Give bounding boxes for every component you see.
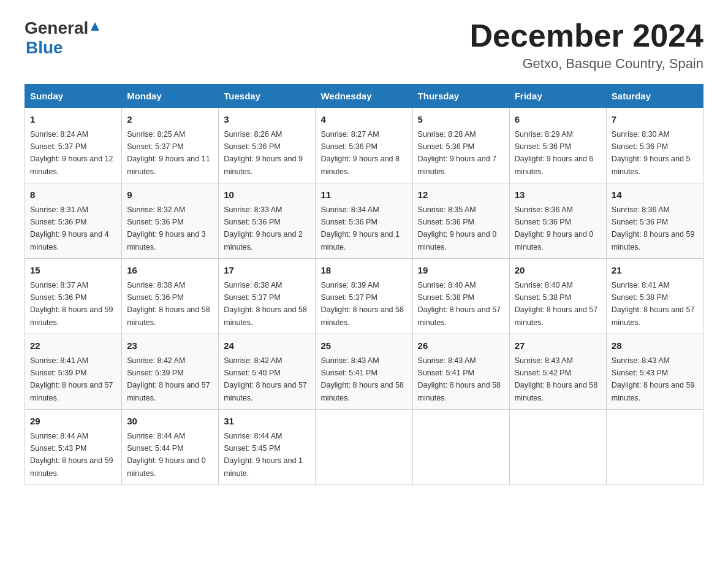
day-info: Sunrise: 8:34 AMSunset: 5:36 PMDaylight:… [320, 205, 400, 251]
day-number: 25 [320, 339, 407, 353]
calendar-cell: 21Sunrise: 8:41 AMSunset: 5:38 PMDayligh… [606, 259, 703, 334]
day-info: Sunrise: 8:42 AMSunset: 5:40 PMDaylight:… [224, 356, 307, 402]
calendar-week-row: 8Sunrise: 8:31 AMSunset: 5:36 PMDaylight… [25, 183, 703, 259]
day-number: 18 [320, 264, 407, 278]
title-area: December 2024 Getxo, Basque Country, Spa… [469, 18, 703, 72]
day-number: 13 [515, 188, 601, 202]
day-number: 21 [612, 264, 698, 278]
day-number: 30 [127, 415, 213, 429]
col-header-monday: Monday [122, 85, 219, 108]
col-header-sunday: Sunday [25, 85, 122, 108]
calendar-cell: 6Sunrise: 8:29 AMSunset: 5:36 PMDaylight… [509, 108, 606, 183]
calendar-cell: 14Sunrise: 8:36 AMSunset: 5:36 PMDayligh… [606, 183, 703, 259]
day-info: Sunrise: 8:33 AMSunset: 5:36 PMDaylight:… [224, 205, 303, 251]
svg-marker-0 [91, 22, 99, 31]
calendar-cell: 11Sunrise: 8:34 AMSunset: 5:36 PMDayligh… [316, 183, 412, 259]
day-number: 26 [418, 339, 504, 353]
calendar-cell: 25Sunrise: 8:43 AMSunset: 5:41 PMDayligh… [316, 334, 412, 410]
calendar-cell [606, 410, 703, 485]
day-info: Sunrise: 8:44 AMSunset: 5:44 PMDaylight:… [127, 432, 206, 478]
day-number: 10 [224, 188, 310, 202]
day-number: 22 [30, 339, 116, 353]
day-number: 20 [515, 264, 601, 278]
calendar-table: SundayMondayTuesdayWednesdayThursdayFrid… [25, 84, 703, 485]
day-info: Sunrise: 8:38 AMSunset: 5:37 PMDaylight:… [224, 281, 307, 327]
day-number: 19 [418, 264, 504, 278]
page-header: General Blue December 2024 Getxo, Basque… [25, 18, 703, 72]
calendar-cell: 23Sunrise: 8:42 AMSunset: 5:39 PMDayligh… [122, 334, 219, 410]
day-info: Sunrise: 8:40 AMSunset: 5:38 PMDaylight:… [515, 281, 598, 327]
logo: General Blue [25, 18, 100, 58]
day-info: Sunrise: 8:36 AMSunset: 5:36 PMDaylight:… [515, 205, 594, 251]
day-number: 3 [224, 113, 310, 127]
day-number: 27 [515, 339, 601, 353]
calendar-cell: 5Sunrise: 8:28 AMSunset: 5:36 PMDaylight… [412, 108, 509, 183]
day-info: Sunrise: 8:30 AMSunset: 5:36 PMDaylight:… [612, 130, 691, 176]
calendar-cell: 31Sunrise: 8:44 AMSunset: 5:45 PMDayligh… [219, 410, 316, 485]
day-number: 23 [127, 339, 213, 353]
day-number: 9 [127, 188, 213, 202]
day-info: Sunrise: 8:39 AMSunset: 5:37 PMDaylight:… [320, 281, 404, 327]
day-number: 4 [320, 113, 407, 127]
col-header-tuesday: Tuesday [219, 85, 316, 108]
calendar-cell: 16Sunrise: 8:38 AMSunset: 5:36 PMDayligh… [122, 259, 219, 334]
day-info: Sunrise: 8:25 AMSunset: 5:37 PMDaylight:… [127, 130, 210, 176]
calendar-cell: 22Sunrise: 8:41 AMSunset: 5:39 PMDayligh… [25, 334, 122, 410]
calendar-cell: 12Sunrise: 8:35 AMSunset: 5:36 PMDayligh… [412, 183, 509, 259]
day-number: 16 [127, 264, 213, 278]
calendar-cell: 30Sunrise: 8:44 AMSunset: 5:44 PMDayligh… [122, 410, 219, 485]
day-number: 24 [224, 339, 310, 353]
calendar-week-row: 22Sunrise: 8:41 AMSunset: 5:39 PMDayligh… [25, 334, 703, 410]
calendar-cell [412, 410, 509, 485]
calendar-cell: 20Sunrise: 8:40 AMSunset: 5:38 PMDayligh… [509, 259, 606, 334]
day-number: 11 [320, 188, 407, 202]
calendar-week-row: 1Sunrise: 8:24 AMSunset: 5:37 PMDaylight… [25, 108, 703, 183]
month-title: December 2024 [469, 18, 703, 53]
location-subtitle: Getxo, Basque Country, Spain [469, 56, 703, 72]
calendar-cell: 29Sunrise: 8:44 AMSunset: 5:43 PMDayligh… [25, 410, 122, 485]
day-info: Sunrise: 8:29 AMSunset: 5:36 PMDaylight:… [515, 130, 594, 176]
calendar-cell: 27Sunrise: 8:43 AMSunset: 5:42 PMDayligh… [509, 334, 606, 410]
col-header-friday: Friday [509, 85, 606, 108]
calendar-cell: 4Sunrise: 8:27 AMSunset: 5:36 PMDaylight… [316, 108, 412, 183]
calendar-cell: 19Sunrise: 8:40 AMSunset: 5:38 PMDayligh… [412, 259, 509, 334]
day-info: Sunrise: 8:41 AMSunset: 5:38 PMDaylight:… [612, 281, 695, 327]
calendar-cell: 8Sunrise: 8:31 AMSunset: 5:36 PMDaylight… [25, 183, 122, 259]
day-info: Sunrise: 8:43 AMSunset: 5:41 PMDaylight:… [418, 356, 501, 402]
logo-general-text: General [25, 18, 88, 38]
day-info: Sunrise: 8:44 AMSunset: 5:45 PMDaylight:… [224, 432, 303, 478]
calendar-week-row: 15Sunrise: 8:37 AMSunset: 5:36 PMDayligh… [25, 259, 703, 334]
calendar-cell: 18Sunrise: 8:39 AMSunset: 5:37 PMDayligh… [316, 259, 412, 334]
calendar-cell: 2Sunrise: 8:25 AMSunset: 5:37 PMDaylight… [122, 108, 219, 183]
day-info: Sunrise: 8:38 AMSunset: 5:36 PMDaylight:… [127, 281, 210, 327]
day-info: Sunrise: 8:43 AMSunset: 5:43 PMDaylight:… [612, 356, 695, 402]
calendar-cell: 3Sunrise: 8:26 AMSunset: 5:36 PMDaylight… [219, 108, 316, 183]
day-info: Sunrise: 8:32 AMSunset: 5:36 PMDaylight:… [127, 205, 206, 251]
col-header-wednesday: Wednesday [316, 85, 412, 108]
calendar-cell: 26Sunrise: 8:43 AMSunset: 5:41 PMDayligh… [412, 334, 509, 410]
day-number: 12 [418, 188, 504, 202]
calendar-cell: 15Sunrise: 8:37 AMSunset: 5:36 PMDayligh… [25, 259, 122, 334]
day-info: Sunrise: 8:42 AMSunset: 5:39 PMDaylight:… [127, 356, 210, 402]
calendar-cell: 10Sunrise: 8:33 AMSunset: 5:36 PMDayligh… [219, 183, 316, 259]
day-info: Sunrise: 8:36 AMSunset: 5:36 PMDaylight:… [612, 205, 695, 251]
day-number: 1 [30, 113, 116, 127]
day-info: Sunrise: 8:24 AMSunset: 5:37 PMDaylight:… [30, 130, 113, 176]
day-info: Sunrise: 8:40 AMSunset: 5:38 PMDaylight:… [418, 281, 501, 327]
calendar-cell: 17Sunrise: 8:38 AMSunset: 5:37 PMDayligh… [219, 259, 316, 334]
calendar-cell: 28Sunrise: 8:43 AMSunset: 5:43 PMDayligh… [606, 334, 703, 410]
col-header-saturday: Saturday [606, 85, 703, 108]
calendar-cell: 7Sunrise: 8:30 AMSunset: 5:36 PMDaylight… [606, 108, 703, 183]
col-header-thursday: Thursday [412, 85, 509, 108]
calendar-cell: 13Sunrise: 8:36 AMSunset: 5:36 PMDayligh… [509, 183, 606, 259]
calendar-header-row: SundayMondayTuesdayWednesdayThursdayFrid… [25, 85, 703, 108]
calendar-cell: 9Sunrise: 8:32 AMSunset: 5:36 PMDaylight… [122, 183, 219, 259]
day-info: Sunrise: 8:41 AMSunset: 5:39 PMDaylight:… [30, 356, 113, 402]
day-info: Sunrise: 8:43 AMSunset: 5:41 PMDaylight:… [320, 356, 404, 402]
logo-triangle-icon [89, 21, 100, 34]
day-number: 5 [418, 113, 504, 127]
calendar-cell: 1Sunrise: 8:24 AMSunset: 5:37 PMDaylight… [25, 108, 122, 183]
day-info: Sunrise: 8:26 AMSunset: 5:36 PMDaylight:… [224, 130, 303, 176]
day-info: Sunrise: 8:27 AMSunset: 5:36 PMDaylight:… [320, 130, 400, 176]
calendar-cell: 24Sunrise: 8:42 AMSunset: 5:40 PMDayligh… [219, 334, 316, 410]
